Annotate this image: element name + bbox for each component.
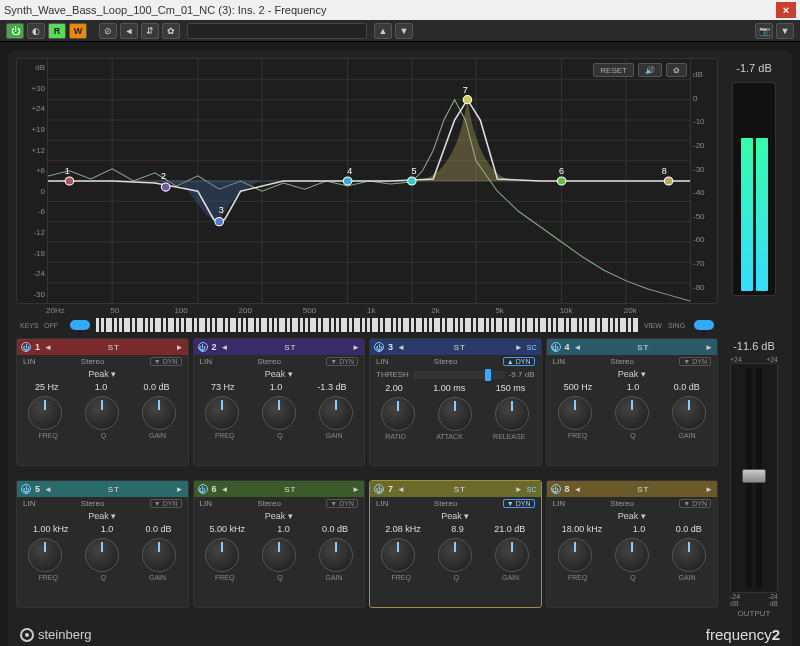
band-2-dyn[interactable]: ▼ DYN	[326, 357, 358, 366]
band-5-q-knob[interactable]	[85, 538, 119, 572]
band-3-power[interactable]: ⏻	[374, 342, 384, 352]
speaker-icon[interactable]: 🔊	[638, 63, 662, 77]
band-6-gain-knob[interactable]	[319, 538, 353, 572]
node-3-label: 3	[219, 205, 224, 215]
band-3-attack-knob[interactable]	[438, 397, 472, 431]
band-1-next[interactable]: ►	[176, 343, 184, 352]
band-4-q-knob[interactable]	[615, 396, 649, 430]
band-5-gain-knob[interactable]	[142, 538, 176, 572]
eq-graph[interactable]: dB +30+24+18 +12+60 -6-12-18 -24-30	[16, 58, 718, 304]
window-titlebar: Synth_Wave_Bass_Loop_100_Cm_01_NC (3): I…	[0, 0, 800, 20]
band-7-power[interactable]: ⏻	[374, 484, 384, 494]
fader-handle[interactable]	[742, 469, 766, 483]
svg-point-22	[343, 177, 352, 185]
view-toggle[interactable]	[694, 320, 714, 330]
svg-point-24	[557, 177, 566, 185]
reset-button[interactable]: RESET	[593, 63, 634, 77]
band-1-freq-knob[interactable]	[28, 396, 62, 430]
svg-point-25	[463, 96, 472, 104]
meter-readout: -1.7 dB	[736, 58, 771, 78]
band-4: ⏻4◄ST► LINStereo▼ DYN Peak ▾ 500 Hz1.00.…	[546, 338, 719, 466]
load-preset-button[interactable]: ⇵	[141, 23, 159, 39]
logo-icon	[20, 628, 34, 642]
band-1-type[interactable]: Peak	[88, 369, 109, 379]
band-5-freq-knob[interactable]	[28, 538, 62, 572]
y-axis-left: dB +30+24+18 +12+60 -6-12-18 -24-30	[17, 59, 47, 303]
band-4-freq-knob[interactable]	[558, 396, 592, 430]
band-1-gain-knob[interactable]	[142, 396, 176, 430]
band-2-q-knob[interactable]	[262, 396, 296, 430]
band-1-q-knob[interactable]	[85, 396, 119, 430]
output-gain-readout[interactable]: -11.6 dB	[733, 336, 775, 356]
bypass-button[interactable]: ◐	[27, 23, 45, 39]
band-8-gain-knob[interactable]	[672, 538, 706, 572]
band-7-q-knob[interactable]	[438, 538, 472, 572]
band-2-freq-knob[interactable]	[205, 396, 239, 430]
band-1-power[interactable]: ⏻	[21, 342, 31, 352]
band-7-gain-knob[interactable]	[495, 538, 529, 572]
keys-toggle[interactable]	[70, 320, 90, 330]
settings-menu-button[interactable]: ✿	[162, 23, 180, 39]
band-8: ⏻8◄ST► LINStereo▼ DYN Peak ▾ 18.00 kHz1.…	[546, 480, 719, 608]
band-3-dyn[interactable]: ▲ DYN	[503, 357, 535, 366]
preset-up-button[interactable]: ▲	[374, 23, 392, 39]
band-4-power[interactable]: ⏻	[551, 342, 561, 352]
bands-grid: ⏻1◄ST► LINStereo▼ DYN Peak ▾ 25 Hz1.00.0…	[16, 338, 718, 618]
band-7: ⏻7◄ST►SC LINStereo▼ DYN Peak ▾ 2.08 kHz8…	[369, 480, 542, 608]
band-7-freq-knob[interactable]	[381, 538, 415, 572]
node-5-label: 5	[411, 166, 416, 176]
preset-name-field[interactable]	[187, 23, 367, 39]
band-8-freq-knob[interactable]	[558, 538, 592, 572]
node-4-label: 4	[347, 166, 352, 176]
svg-point-20	[161, 183, 170, 191]
read-automation-button[interactable]: R	[48, 23, 66, 39]
band-2-gain-knob[interactable]	[319, 396, 353, 430]
band-3-release-knob[interactable]	[495, 397, 529, 431]
band-3-ratio-knob[interactable]	[381, 397, 415, 431]
output-fader[interactable]	[730, 363, 778, 593]
band-8-dyn[interactable]: ▼ DYN	[679, 499, 711, 508]
band-7-dyn[interactable]: ▼ DYN	[503, 499, 535, 508]
band-4-gain-knob[interactable]	[672, 396, 706, 430]
band-8-q-knob[interactable]	[615, 538, 649, 572]
band-3-thresh-slider[interactable]	[413, 371, 505, 379]
x-axis: 20Hz50100 2005001k 2k5k10k 20k	[16, 304, 718, 316]
output-label: OUTPUT	[738, 609, 771, 618]
band-5-dyn[interactable]: ▼ DYN	[150, 499, 182, 508]
band-1-dyn[interactable]: ▼ DYN	[150, 357, 182, 366]
band-2-power[interactable]: ⏻	[198, 342, 208, 352]
svg-point-19	[65, 177, 74, 185]
band-6-freq-knob[interactable]	[205, 538, 239, 572]
close-icon[interactable]: ×	[776, 2, 796, 18]
node-6-label: 6	[559, 166, 564, 176]
eq-canvas[interactable]: 1 2 3 4 5 6 7 8	[47, 59, 691, 303]
band-6-power[interactable]: ⏻	[198, 484, 208, 494]
window-title: Synth_Wave_Bass_Loop_100_Cm_01_NC (3): I…	[4, 4, 776, 16]
band-5-power[interactable]: ⏻	[21, 484, 31, 494]
band-2: ⏻2◄ST► LINStereo▼ DYN Peak ▾ 73 Hz1.0-1.…	[193, 338, 366, 466]
preset-down-button[interactable]: ▼	[395, 23, 413, 39]
band-8-power[interactable]: ⏻	[551, 484, 561, 494]
view-label: VIEW	[644, 322, 668, 329]
band-6-q-knob[interactable]	[262, 538, 296, 572]
ab-compare-button[interactable]: ⊘	[99, 23, 117, 39]
svg-point-21	[215, 218, 224, 226]
prev-preset-button[interactable]: ◄	[120, 23, 138, 39]
product-name: frequency2	[706, 626, 780, 643]
host-toolbar: ⏻ ◐ R W ⊘ ◄ ⇵ ✿ ▲ ▼ 📷 ▼	[0, 20, 800, 42]
screenshot-button[interactable]: 📷	[755, 23, 773, 39]
gear-icon[interactable]: ✿	[666, 63, 687, 77]
piano-keyboard[interactable]	[96, 318, 638, 332]
band-1-lin[interactable]: LIN	[23, 357, 35, 366]
write-automation-button[interactable]: W	[69, 23, 87, 39]
power-button[interactable]: ⏻	[6, 23, 24, 39]
node-1-label: 1	[65, 166, 70, 176]
keys-off-label: OFF	[44, 322, 68, 329]
node-7-label: 7	[463, 85, 468, 95]
band-3: ⏻3◄ST►SC LINStereo▲ DYN THRESH-9.7 dB 2.…	[369, 338, 542, 466]
view-sing-button[interactable]: SING	[668, 322, 692, 329]
band-4-dyn[interactable]: ▼ DYN	[679, 357, 711, 366]
band-1-prev[interactable]: ◄	[44, 343, 52, 352]
band-6-dyn[interactable]: ▼ DYN	[326, 499, 358, 508]
options-dropdown-button[interactable]: ▼	[776, 23, 794, 39]
